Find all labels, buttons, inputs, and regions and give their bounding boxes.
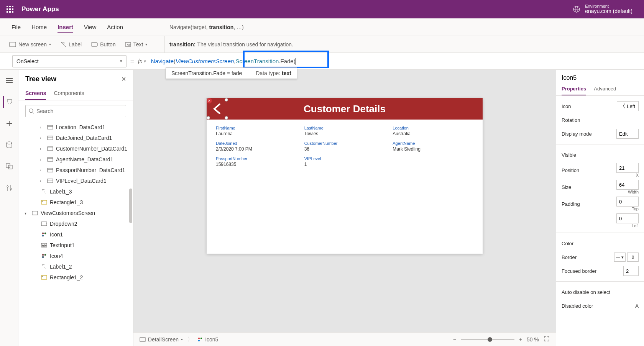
menu-row: File Home Insert View Action Navigate(ta… bbox=[0, 18, 644, 36]
app-header: ✕ Customer Details bbox=[207, 98, 483, 120]
advanced-tools-icon[interactable] bbox=[3, 182, 15, 194]
tree-search[interactable] bbox=[25, 105, 126, 117]
button-button[interactable]: Button bbox=[91, 41, 115, 48]
ribbon-row: New screen▾ Label Button Ab Text▾ transi… bbox=[0, 36, 644, 53]
tree-item[interactable]: Label1_2 bbox=[21, 261, 131, 272]
screen-icon bbox=[31, 210, 38, 216]
tree-item[interactable]: Rectangle1_3 bbox=[21, 197, 131, 208]
prop-border-label: Border bbox=[562, 254, 577, 260]
delete-handle-icon[interactable]: ✕ bbox=[207, 98, 212, 103]
search-input[interactable] bbox=[36, 108, 123, 114]
scrollbar-thumb[interactable] bbox=[129, 189, 132, 223]
svg-rect-12 bbox=[10, 42, 16, 47]
label-icon bbox=[41, 189, 48, 194]
chevron-icon: › bbox=[40, 168, 44, 172]
tree-item[interactable]: ›CustomerNumber_DataCard1 bbox=[21, 143, 131, 154]
position-x-input[interactable] bbox=[616, 163, 639, 173]
border-style-select[interactable]: — ▾ bbox=[614, 253, 626, 262]
tree-list[interactable]: ›Location_DataCard1›DateJoined_DataCard1… bbox=[18, 122, 133, 346]
prop-padding-label: Padding bbox=[562, 201, 580, 207]
tree-item[interactable]: Label1_3 bbox=[21, 186, 131, 197]
svg-point-46 bbox=[42, 233, 44, 234]
new-screen-button[interactable]: New screen▾ bbox=[9, 41, 51, 48]
focused-border-input[interactable] bbox=[623, 266, 639, 276]
tree-item-label: Label1_2 bbox=[50, 264, 72, 270]
tree-item-label: Icon4 bbox=[50, 253, 63, 259]
icon-select[interactable]: 〈Left bbox=[617, 101, 639, 111]
property-selector[interactable]: OnSelect ▾ bbox=[12, 55, 127, 67]
text-button[interactable]: Ab Text▾ bbox=[125, 41, 148, 48]
tree-item[interactable]: ›VIPLevel_DataCard1 bbox=[21, 175, 131, 186]
tree-item[interactable]: Icon4 bbox=[21, 251, 131, 261]
zoom-in-button[interactable]: + bbox=[519, 336, 522, 343]
tab-properties[interactable]: Properties bbox=[562, 84, 586, 95]
environment-selector[interactable]: Environment enayu.com (default) bbox=[573, 4, 640, 14]
formula-input[interactable]: Navigate(ViewCustomersScreen, ScreenTran… bbox=[149, 53, 644, 69]
border-width-input[interactable]: 0 bbox=[627, 253, 639, 262]
tab-components[interactable]: Components bbox=[54, 88, 84, 100]
chevron-icon: › bbox=[40, 179, 44, 183]
tree-item[interactable]: ›DateJoined_DataCard1 bbox=[21, 133, 131, 143]
selected-control-name: Icon5 bbox=[556, 70, 644, 84]
menu-home[interactable]: Home bbox=[31, 21, 47, 33]
tree-item[interactable]: ▾ViewCustomersScreen bbox=[21, 208, 131, 218]
tab-screens[interactable]: Screens bbox=[25, 88, 46, 100]
media-icon[interactable] bbox=[3, 160, 15, 172]
menu-action[interactable]: Action bbox=[107, 21, 123, 33]
tree-item[interactable]: Dropdown2 bbox=[21, 218, 131, 229]
svg-point-58 bbox=[200, 338, 202, 339]
tab-advanced[interactable]: Advanced bbox=[594, 84, 616, 95]
tree-item[interactable]: ›PassportNumber_DataCard1 bbox=[21, 165, 131, 175]
breadcrumb-screen[interactable]: DetailScreen ▾ bbox=[140, 336, 183, 343]
data-icon[interactable] bbox=[3, 139, 15, 151]
svg-rect-38 bbox=[48, 168, 53, 172]
close-icon[interactable]: ✕ bbox=[121, 75, 126, 83]
menu-insert[interactable]: Insert bbox=[58, 21, 73, 33]
tree-item[interactable]: Rectangle1_2 bbox=[21, 272, 131, 283]
menu-file[interactable]: File bbox=[12, 21, 21, 33]
label-button[interactable]: Label bbox=[60, 41, 82, 48]
formula-signature: Navigate(target, transition, …) bbox=[165, 18, 644, 36]
form-field: DateJoined2/3/2020 7:00 PM bbox=[216, 141, 297, 152]
size-width-input[interactable] bbox=[616, 180, 639, 190]
svg-point-59 bbox=[198, 340, 200, 341]
canvas-area: ✕ Customer Details FirstNameLaurenaLastN… bbox=[133, 70, 556, 346]
svg-rect-5 bbox=[12, 8, 13, 10]
field-label: FirstName bbox=[216, 126, 297, 130]
padding-left-input[interactable] bbox=[616, 213, 639, 223]
textinput-icon: abc bbox=[41, 243, 48, 248]
svg-rect-7 bbox=[9, 11, 11, 13]
app-launcher-icon[interactable] bbox=[4, 3, 16, 15]
svg-rect-13 bbox=[91, 43, 97, 46]
tree-item[interactable]: ›AgentName_DataCard1 bbox=[21, 154, 131, 165]
svg-rect-32 bbox=[48, 136, 53, 140]
zoom-slider[interactable] bbox=[461, 339, 514, 340]
autocomplete-popup[interactable]: ScreenTransition.Fade = fade Data type: … bbox=[166, 67, 297, 79]
breadcrumb-control[interactable]: Icon5 bbox=[197, 336, 218, 343]
selected-back-icon[interactable]: ✕ bbox=[209, 100, 226, 117]
padding-top-input[interactable] bbox=[616, 197, 639, 207]
hamburger-icon[interactable] bbox=[3, 74, 15, 87]
svg-point-55 bbox=[42, 276, 43, 277]
svg-point-43 bbox=[42, 201, 43, 202]
card-icon bbox=[47, 125, 54, 130]
form-grid: FirstNameLaurenaLastNameTowlesLocationAu… bbox=[207, 120, 483, 173]
tree-item[interactable]: Icon1 bbox=[21, 229, 131, 240]
fx-icon[interactable]: fx▾ bbox=[138, 58, 149, 64]
form-field: CustomerNumber36 bbox=[304, 141, 385, 152]
app-screen-preview[interactable]: ✕ Customer Details FirstNameLaurenaLastN… bbox=[207, 98, 483, 254]
tree-item-label: Rectangle1_2 bbox=[50, 274, 83, 280]
field-label: AgentName bbox=[393, 141, 473, 146]
zoom-out-button[interactable]: − bbox=[453, 336, 456, 343]
field-value: 2/3/2020 7:00 PM bbox=[216, 146, 297, 152]
tree-item[interactable]: abcTextInput1 bbox=[21, 240, 131, 251]
add-icon[interactable] bbox=[3, 117, 15, 130]
tree-item[interactable]: ›Location_DataCard1 bbox=[21, 122, 131, 133]
tree-title: Tree view bbox=[25, 75, 56, 83]
fit-screen-icon[interactable] bbox=[544, 336, 550, 343]
field-value: 15916835 bbox=[216, 162, 297, 167]
menu-view[interactable]: View bbox=[84, 21, 96, 33]
display-mode-input[interactable] bbox=[616, 129, 639, 139]
tree-view-icon[interactable] bbox=[3, 96, 15, 108]
field-value: Towles bbox=[304, 131, 385, 136]
